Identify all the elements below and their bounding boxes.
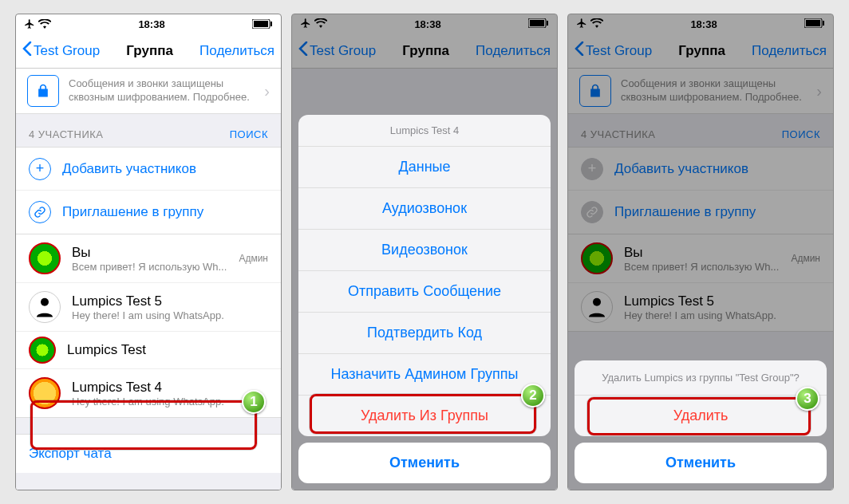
action-sheet: Lumpics Test 4 Данные Аудиозвонок Видеоз… xyxy=(298,115,551,483)
search-button[interactable]: ПОИСК xyxy=(230,128,268,140)
share-button[interactable]: Поделиться xyxy=(199,43,274,59)
encryption-text: Сообщения и звонки защищены сквозным шиф… xyxy=(69,77,255,104)
svg-rect-2 xyxy=(270,22,272,26)
wifi-icon xyxy=(38,19,51,29)
back-button[interactable]: Test Group xyxy=(22,41,100,60)
member-name: Lumpics Test 4 xyxy=(72,380,268,396)
sheet-title: Lumpics Test 4 xyxy=(298,115,551,147)
add-members-button[interactable]: + Добавить участников xyxy=(16,148,281,191)
avatar xyxy=(29,337,56,364)
confirm-group: Удалить Lumpics из группы "Test Group"? … xyxy=(575,360,827,436)
members-count: 4 УЧАСТНИКА xyxy=(29,128,104,140)
sheet-cancel-button[interactable]: Отменить xyxy=(298,443,551,483)
lock-icon xyxy=(27,75,59,107)
avatar xyxy=(29,291,61,323)
avatar xyxy=(29,377,61,409)
invite-link-label: Приглашение в группу xyxy=(62,204,203,220)
chevron-right-icon: › xyxy=(264,82,270,100)
sheet-item-verify-code[interactable]: Подтвердить Код xyxy=(298,313,551,354)
airplane-icon xyxy=(24,18,35,30)
add-members-label: Добавить участников xyxy=(62,161,196,177)
link-icon xyxy=(29,201,51,223)
sheet-item-make-admin[interactable]: Назначить Админом Группы xyxy=(298,354,551,396)
back-label: Test Group xyxy=(34,43,100,59)
member-status: Hey there! I am using WhatsApp. xyxy=(72,396,268,408)
members-section-header: 4 УЧАСТНИКА ПОИСК xyxy=(16,114,281,147)
confirm-delete-button[interactable]: Удалить xyxy=(575,396,827,436)
status-time: 18:38 xyxy=(138,18,164,30)
sheet-item-video-call[interactable]: Видеозвонок xyxy=(298,230,551,271)
invite-link-button[interactable]: Приглашение в группу xyxy=(16,191,281,234)
confirm-sheet: Удалить Lumpics из группы "Test Group"? … xyxy=(575,360,827,483)
member-name: Lumpics Test 5 xyxy=(72,293,268,309)
battery-icon xyxy=(252,19,273,29)
export-chat-button[interactable]: Экспорт чата xyxy=(16,434,281,473)
navbar-title: Группа xyxy=(126,43,173,59)
svg-point-3 xyxy=(41,298,49,306)
actions-list: + Добавить участников Приглашение в груп… xyxy=(16,147,281,234)
member-name: Lumpics Test xyxy=(67,342,268,358)
sheet-item-remove[interactable]: Удалить Из Группы xyxy=(298,396,551,436)
plus-icon: + xyxy=(29,158,51,180)
admin-badge: Админ xyxy=(239,253,268,264)
member-status: Всем привет! Я использую Wh... xyxy=(72,261,227,273)
confirm-cancel-button[interactable]: Отменить xyxy=(575,443,827,483)
sheet-actions-group: Lumpics Test 4 Данные Аудиозвонок Видеоз… xyxy=(298,115,551,436)
status-bar: 18:38 xyxy=(16,14,281,33)
svg-rect-1 xyxy=(254,21,268,27)
member-row-self[interactable]: Вы Всем привет! Я использую Wh... Админ xyxy=(16,234,281,283)
sheet-item-audio-call[interactable]: Аудиозвонок xyxy=(298,188,551,230)
member-row-target[interactable]: Lumpics Test 4 Hey there! I am using Wha… xyxy=(16,369,281,417)
phone-screenshot-2: 18:38 Test Group Группа Поделиться Lumpi… xyxy=(291,14,558,490)
phone-screenshot-3: 18:38 Test Group Группа Поделиться Сообщ… xyxy=(567,14,834,490)
avatar xyxy=(29,242,61,274)
member-status: Hey there! I am using WhatsApp. xyxy=(72,309,268,321)
encryption-row[interactable]: Сообщения и звонки защищены сквозным шиф… xyxy=(16,69,281,114)
sheet-item-send-message[interactable]: Отправить Сообщение xyxy=(298,271,551,313)
member-row[interactable]: Lumpics Test xyxy=(16,332,281,369)
chevron-left-icon xyxy=(22,41,32,60)
member-name: Вы xyxy=(72,245,227,261)
phone-screenshot-1: 18:38 Test Group Группа Поделиться Сообщ… xyxy=(15,14,282,490)
member-row[interactable]: Lumpics Test 5 Hey there! I am using Wha… xyxy=(16,283,281,332)
content-area: Сообщения и звонки защищены сквозным шиф… xyxy=(16,69,281,490)
members-list: Вы Всем привет! Я использую Wh... Админ … xyxy=(16,234,281,418)
sheet-item-info[interactable]: Данные xyxy=(298,147,551,188)
navbar: Test Group Группа Поделиться xyxy=(16,33,281,69)
confirm-question: Удалить Lumpics из группы "Test Group"? xyxy=(575,360,827,396)
